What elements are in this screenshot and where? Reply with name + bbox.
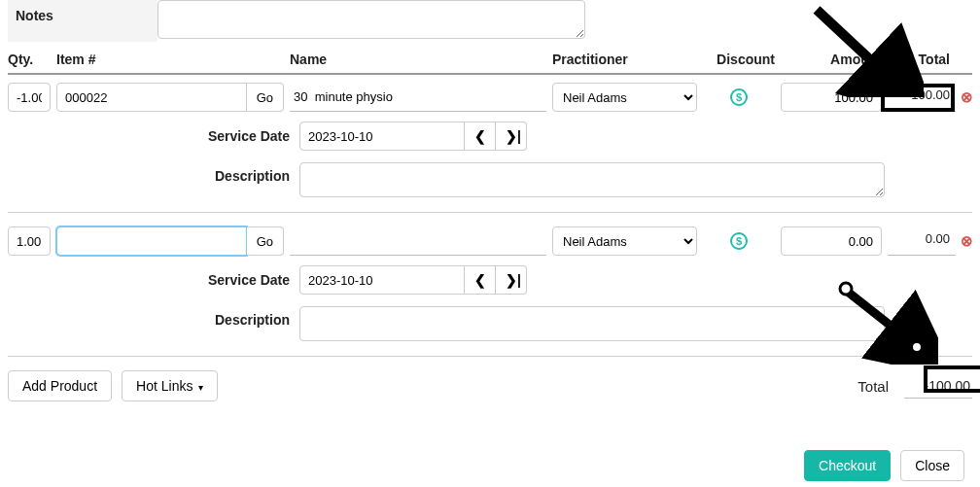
line-items-header: Qty. Item # Name Practitioner Discount A… bbox=[8, 42, 972, 75]
hot-links-dropdown[interactable]: Hot Links ▾ bbox=[122, 370, 218, 401]
description-label: Description bbox=[8, 306, 299, 328]
date-last-button[interactable]: ❯| bbox=[496, 122, 527, 151]
header-total: Total bbox=[888, 52, 956, 67]
service-date-label: Service Date bbox=[8, 272, 299, 288]
discount-icon[interactable]: $ bbox=[730, 88, 748, 106]
line-total-value: 0.00 bbox=[888, 226, 956, 256]
date-prev-button[interactable]: ❮ bbox=[465, 122, 496, 151]
date-prev-button[interactable]: ❮ bbox=[465, 265, 496, 295]
qty-input[interactable] bbox=[8, 83, 51, 112]
item-name-input[interactable] bbox=[290, 83, 546, 112]
discount-icon[interactable]: $ bbox=[730, 232, 748, 250]
qty-input[interactable] bbox=[8, 226, 51, 256]
delete-line-icon[interactable]: ⊗ bbox=[961, 232, 973, 249]
header-practitioner: Practitioner bbox=[552, 52, 703, 67]
header-item-no: Item # bbox=[56, 52, 290, 67]
description-textarea[interactable] bbox=[299, 306, 885, 341]
header-qty: Qty. bbox=[8, 52, 56, 67]
description-textarea[interactable] bbox=[299, 162, 885, 197]
total-footer-label: Total bbox=[858, 378, 889, 395]
hot-links-label: Hot Links bbox=[136, 378, 192, 394]
notes-textarea[interactable] bbox=[158, 0, 585, 39]
date-last-button[interactable]: ❯| bbox=[496, 265, 527, 295]
item-go-button[interactable]: Go bbox=[247, 226, 284, 256]
item-name-input[interactable] bbox=[290, 226, 546, 256]
item-number-input[interactable] bbox=[56, 226, 247, 256]
amount-input[interactable] bbox=[781, 226, 882, 256]
item-go-button[interactable]: Go bbox=[247, 83, 284, 112]
service-date-label: Service Date bbox=[8, 128, 299, 144]
delete-line-icon[interactable]: ⊗ bbox=[961, 88, 973, 105]
line-item-row: Go Neil Adams $ -100.00 ⊗ bbox=[8, 75, 972, 116]
checkout-button[interactable]: Checkout bbox=[804, 450, 891, 481]
caret-down-icon: ▾ bbox=[198, 382, 203, 393]
notes-label: Notes bbox=[8, 0, 158, 42]
line-item-row: Go Neil Adams $ 0.00 ⊗ bbox=[8, 219, 972, 260]
header-name: Name bbox=[290, 52, 552, 67]
description-label: Description bbox=[8, 162, 299, 184]
close-button[interactable]: Close bbox=[900, 450, 964, 481]
add-product-button[interactable]: Add Product bbox=[8, 370, 112, 401]
line-total-value: -100.00 bbox=[888, 83, 956, 112]
item-number-input[interactable] bbox=[56, 83, 247, 112]
practitioner-select[interactable]: Neil Adams bbox=[552, 83, 697, 112]
header-discount: Discount bbox=[703, 52, 781, 67]
practitioner-select[interactable]: Neil Adams bbox=[552, 226, 697, 256]
service-date-input[interactable] bbox=[299, 122, 465, 151]
service-date-input[interactable] bbox=[299, 265, 465, 295]
amount-input[interactable] bbox=[781, 83, 882, 112]
header-amount: Amount bbox=[781, 52, 888, 67]
grand-total-value: -100.00 bbox=[904, 374, 972, 399]
